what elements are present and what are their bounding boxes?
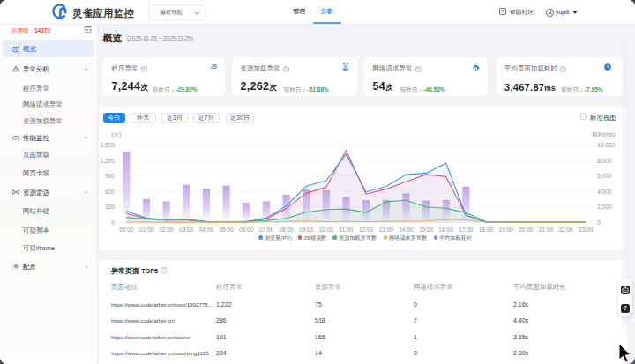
svg-text:0: 0 [597,219,601,226]
svg-text:14:00: 14:00 [399,227,414,233]
svg-text:2,000: 2,000 [597,204,612,210]
svg-text:17:00: 17:00 [459,227,474,233]
svg-text:22:00: 22:00 [558,227,573,233]
svg-text:19:00: 19:00 [498,227,513,233]
svg-text:02:00: 02:00 [159,227,174,233]
svg-text:(次): (次) [111,131,121,138]
svg-text:16:00: 16:00 [439,227,454,233]
svg-text:10:00: 10:00 [319,227,334,233]
svg-text:21:00: 21:00 [539,227,554,233]
svg-text:04:00: 04:00 [199,227,214,233]
svg-text:00:00: 00:00 [119,227,134,233]
svg-text:23:00: 23:00 [579,227,594,233]
svg-text:900: 900 [105,173,115,179]
svg-text:12:00: 12:00 [359,227,374,233]
svg-text:05:00: 05:00 [219,227,234,233]
svg-text:01:00: 01:00 [139,227,154,233]
svg-text:03:00: 03:00 [179,227,194,233]
svg-text:0: 0 [111,219,115,226]
svg-text:13:00: 13:00 [379,227,394,233]
svg-text:耗时(ms): 耗时(ms) [592,131,615,138]
svg-text:1,500: 1,500 [101,142,116,148]
svg-text:11:00: 11:00 [340,227,354,233]
svg-text:1,200: 1,200 [101,158,116,164]
svg-text:300: 300 [105,204,115,210]
svg-text:6,000: 6,000 [597,173,612,179]
svg-text:20:00: 20:00 [519,227,534,233]
svg-text:?: ? [502,9,504,14]
svg-text:10,000: 10,000 [597,142,615,148]
svg-text:08:00: 08:00 [279,227,294,233]
svg-text:8,000: 8,000 [597,158,612,164]
svg-text:15:00: 15:00 [419,227,434,233]
svg-text:07:00: 07:00 [259,227,274,233]
svg-text:4,000: 4,000 [597,189,612,195]
svg-text:600: 600 [105,189,115,195]
svg-text:09:00: 09:00 [299,227,314,233]
svg-text:06:00: 06:00 [239,227,254,233]
svg-text:?: ? [162,268,165,272]
svg-text:18:00: 18:00 [479,227,494,233]
